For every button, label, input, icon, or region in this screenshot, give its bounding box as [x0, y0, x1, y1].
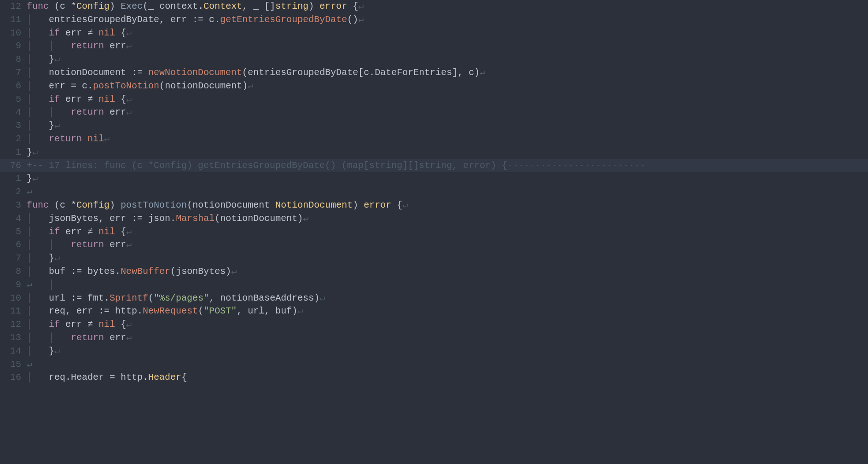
token-punc: (: [198, 306, 203, 316]
folded-line[interactable]: 76+-- 17 lines: func (c *Config) getEntr…: [0, 159, 868, 173]
code-line[interactable]: 10│ if err ≠ nil {↵: [0, 27, 868, 40]
code-content[interactable]: │ if err ≠ nil {↵: [27, 93, 868, 106]
code-content[interactable]: │ }↵: [27, 119, 868, 133]
token-ident: notionDocument: [192, 200, 275, 210]
code-line[interactable]: 3func (c *Config) postToNotion(notionDoc…: [0, 199, 868, 212]
token-punc: .: [104, 293, 110, 303]
code-content[interactable]: +-- 17 lines: func (c *Config) getEntrie…: [27, 159, 868, 173]
code-content[interactable]: │ }↵: [27, 252, 868, 265]
code-editor[interactable]: 12func (c *Config) Exec(_ context.Contex…: [0, 0, 868, 384]
code-line[interactable]: 1}↵: [0, 172, 868, 186]
line-number: 15: [0, 358, 27, 371]
code-content[interactable]: │ │ return err↵: [27, 238, 868, 252]
code-line[interactable]: 10│ url := fmt.Sprintf("%s/pages", notio…: [0, 292, 868, 305]
code-line[interactable]: 2↵: [0, 186, 868, 199]
code-content[interactable]: }↵: [27, 146, 868, 159]
token-guide: │: [27, 253, 49, 263]
code-line[interactable]: 6│ err = c.postToNotion(notionDocument)↵: [0, 80, 868, 93]
code-line[interactable]: 5│ if err ≠ nil {↵: [0, 226, 868, 239]
code-line[interactable]: 6│ │ return err↵: [0, 238, 868, 252]
code-line[interactable]: 16│ req.Header = http.Header{: [0, 371, 868, 384]
token-ident: err: [110, 213, 126, 224]
token-ident: entriesGroupedByDate: [49, 14, 159, 25]
code-line[interactable]: 7│ notionDocument := newNotionDocument(e…: [0, 66, 868, 80]
code-line[interactable]: 9│ │ return err↵: [0, 40, 868, 53]
code-content[interactable]: }↵: [27, 172, 868, 186]
code-line[interactable]: 3│ }↵: [0, 119, 868, 133]
token-kw: return: [71, 107, 110, 117]
token-punc: (: [54, 1, 60, 12]
token-punc: ,: [237, 306, 248, 316]
code-line[interactable]: 5│ if err ≠ nil {↵: [0, 93, 868, 106]
token-ident: json: [148, 213, 170, 224]
code-content[interactable]: │ url := fmt.Sprintf("%s/pages", notionB…: [27, 292, 868, 305]
line-number: 14: [0, 345, 27, 358]
token-guide: │ │: [27, 332, 71, 343]
code-content[interactable]: │ if err ≠ nil {↵: [27, 226, 868, 239]
line-number: 3: [0, 119, 27, 133]
code-line[interactable]: 12func (c *Config) Exec(_ context.Contex…: [0, 0, 868, 13]
token-ident: err: [110, 107, 126, 117]
token-kw: if: [49, 94, 65, 104]
line-number: 11: [0, 13, 27, 27]
code-line[interactable]: 11│ req, err := http.NewRequest("POST", …: [0, 305, 868, 318]
code-content[interactable]: │ if err ≠ nil {↵: [27, 27, 868, 40]
code-content[interactable]: func (c *Config) postToNotion(notionDocu…: [27, 199, 868, 212]
code-content[interactable]: │ │ return err↵: [27, 106, 868, 119]
token-eol: ↵: [303, 213, 308, 224]
code-line[interactable]: 9↵ │: [0, 278, 868, 292]
code-line[interactable]: 15↵: [0, 358, 868, 371]
code-line[interactable]: 8│ buf := bytes.NewBuffer(jsonBytes)↵: [0, 265, 868, 278]
token-punc: [: [358, 67, 364, 78]
code-line[interactable]: 12│ if err ≠ nil {↵: [0, 318, 868, 331]
code-line[interactable]: 8│ }↵: [0, 53, 868, 66]
line-number: 2: [0, 186, 27, 199]
code-content[interactable]: ↵: [27, 358, 868, 371]
code-line[interactable]: 11│ entriesGroupedByDate, err := c.getEn…: [0, 13, 868, 27]
code-line[interactable]: 13│ │ return err↵: [0, 331, 868, 345]
code-content[interactable]: │ notionDocument := newNotionDocument(en…: [27, 66, 868, 80]
code-content[interactable]: │ if err ≠ nil {↵: [27, 318, 868, 331]
code-content[interactable]: │ }↵: [27, 53, 868, 66]
code-content[interactable]: │ │ return err↵: [27, 331, 868, 345]
token-punc: ): [242, 81, 248, 91]
code-line[interactable]: 14│ }↵: [0, 345, 868, 358]
token-kw: return: [49, 133, 87, 144]
token-fn: Exec: [121, 1, 143, 12]
code-line[interactable]: 4│ jsonBytes, err := json.Marshal(notion…: [0, 212, 868, 226]
token-type: NotionDocument: [275, 200, 353, 210]
token-punc: ): [110, 1, 121, 12]
token-ident: http: [121, 372, 143, 383]
code-content[interactable]: │ return nil↵: [27, 133, 868, 146]
token-eol: ↵: [248, 81, 253, 91]
token-punc: ,: [209, 293, 220, 303]
token-eol: ↵: [54, 346, 60, 356]
code-line[interactable]: 2│ return nil↵: [0, 133, 868, 146]
code-content[interactable]: │ req.Header = http.Header{: [27, 371, 868, 384]
code-content[interactable]: │ req, err := http.NewRequest("POST", ur…: [27, 305, 868, 318]
code-content[interactable]: ↵: [27, 186, 868, 199]
token-punc: (: [187, 200, 192, 210]
token-op: ≠: [82, 226, 98, 237]
code-line[interactable]: 4│ │ return err↵: [0, 106, 868, 119]
code-line[interactable]: 7│ }↵: [0, 252, 868, 265]
code-content[interactable]: │ }↵: [27, 345, 868, 358]
token-eol: ↵: [27, 359, 32, 370]
code-content[interactable]: func (c *Config) Exec(_ context.Context,…: [27, 0, 868, 13]
token-type: Context: [203, 1, 242, 12]
token-ident: notionDocument: [49, 67, 126, 78]
code-content[interactable]: │ │ return err↵: [27, 40, 868, 53]
code-content[interactable]: │ err = c.postToNotion(notionDocument)↵: [27, 80, 868, 93]
token-ident: err: [49, 81, 65, 91]
token-kw: if: [49, 319, 65, 330]
token-ident: fmt: [87, 293, 104, 303]
code-content[interactable]: ↵ │: [27, 278, 868, 292]
code-content[interactable]: │ entriesGroupedByDate, err := c.getEntr…: [27, 13, 868, 27]
code-content[interactable]: │ jsonBytes, err := json.Marshal(notionD…: [27, 212, 868, 226]
code-content[interactable]: │ buf := bytes.NewBuffer(jsonBytes)↵: [27, 265, 868, 278]
token-guide: │: [27, 81, 49, 91]
token-punc: (: [170, 266, 176, 277]
token-guide: │: [27, 226, 49, 237]
code-line[interactable]: 1}↵: [0, 146, 868, 159]
token-ident: context: [159, 1, 198, 12]
